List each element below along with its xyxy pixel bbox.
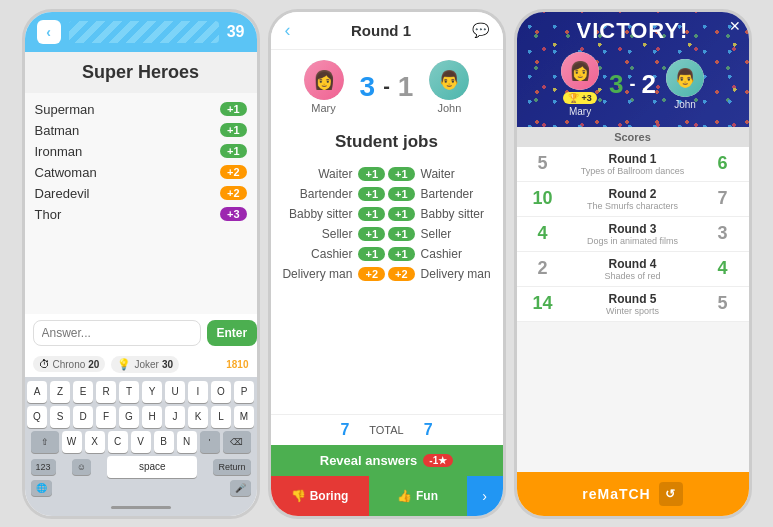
list-item: Superman +1 (35, 99, 247, 120)
chrono-value: 20 (88, 359, 99, 370)
key-o[interactable]: O (211, 381, 231, 403)
key-t[interactable]: T (119, 381, 139, 403)
chrono-icon: ⏱ (39, 358, 50, 370)
key-w[interactable]: W (62, 431, 82, 453)
key-d[interactable]: D (73, 406, 93, 428)
key-i[interactable]: I (188, 381, 208, 403)
key-e[interactable]: E (73, 381, 93, 403)
phone-2: ‹ Round 1 💬 👩 Mary 3 - 1 👨 John Student … (268, 9, 506, 519)
player2-score: 2 (642, 69, 656, 100)
back-button[interactable]: ‹ (285, 20, 291, 41)
key-u[interactable]: U (165, 381, 185, 403)
key-m[interactable]: M (234, 406, 254, 428)
player2-avatar: 👨 (666, 59, 704, 97)
badge: +1 (388, 247, 415, 261)
item-count: 39 (227, 23, 245, 41)
key-a[interactable]: A (27, 381, 47, 403)
joker-value: 30 (162, 359, 173, 370)
stats-bar: ⏱ Chrono 20 💡 Joker 30 1810 (25, 352, 257, 377)
player1-avatar: 👩 (561, 52, 599, 90)
table-row: Waiter +1 +1 Waiter (281, 164, 493, 184)
key-apostrophe[interactable]: ' (200, 431, 220, 453)
key-b[interactable]: B (154, 431, 174, 453)
key-r[interactable]: R (96, 381, 116, 403)
joker-label: Joker (134, 359, 158, 370)
player1-name: Mary (569, 106, 591, 117)
phone1-header: ‹ 39 (25, 12, 257, 52)
fun-button[interactable]: 👍 Fun (369, 476, 467, 516)
round-row: 5 Round 1 Types of Ballroom dances 6 (517, 147, 749, 182)
list-item: Ironman +1 (35, 141, 247, 162)
category-title-area: Super Heroes (25, 52, 257, 93)
badge: +1 (358, 167, 385, 181)
round1-info: Round 1 Types of Ballroom dances (557, 152, 709, 176)
score-area: 3 - 1 (360, 71, 414, 103)
round-title: Round 1 (351, 22, 411, 39)
key-p[interactable]: P (234, 381, 254, 403)
key-emoji[interactable]: ☺ (72, 459, 91, 475)
key-g[interactable]: G (119, 406, 139, 428)
key-123[interactable]: 123 (31, 459, 56, 475)
key-c[interactable]: C (108, 431, 128, 453)
key-f[interactable]: F (96, 406, 116, 428)
chrono-label: Chrono (53, 359, 86, 370)
round1-score2: 6 (709, 153, 737, 174)
category-label: Student jobs (271, 124, 503, 160)
table-row: Cashier +1 +1 Cashier (281, 244, 493, 264)
key-s[interactable]: S (50, 406, 70, 428)
trophy-badge: 🏆 +3 (563, 92, 596, 104)
rematch-button[interactable]: reMaTCH ↺ (517, 472, 749, 516)
answer-input[interactable] (33, 320, 201, 346)
enter-button[interactable]: Enter (207, 320, 258, 346)
key-k[interactable]: K (188, 406, 208, 428)
badge: +1 (220, 123, 247, 137)
next-button[interactable]: › (467, 476, 503, 516)
shift-key[interactable]: ⇧ (31, 431, 59, 453)
home-bar (25, 500, 257, 516)
answer-area: Enter (25, 314, 257, 352)
list-item: Thor +3 (35, 204, 247, 225)
table-row: Babby sitter +1 +1 Babby sitter (281, 204, 493, 224)
phone-3: VICTORY! ✕ 👩 🏆 +3 Mary 3 - 2 👨 (514, 9, 752, 519)
badge: +1 (388, 207, 415, 221)
key-q[interactable]: Q (27, 406, 47, 428)
phone-1: ‹ 39 Super Heroes Superman +1 Batman +1 … (22, 9, 260, 519)
total1: 7 (340, 421, 349, 439)
key-h[interactable]: H (142, 406, 162, 428)
list-item: Catwoman +2 (35, 162, 247, 183)
chat-icon[interactable]: 💬 (472, 22, 489, 38)
key-v[interactable]: V (131, 431, 151, 453)
key-y[interactable]: Y (142, 381, 162, 403)
key-j[interactable]: J (165, 406, 185, 428)
keyboard-accessory: 🌐 🎤 (27, 480, 255, 496)
player1-name: Mary (311, 102, 335, 114)
round-row: 10 Round 2 The Smurfs characters 7 (517, 182, 749, 217)
back-button[interactable]: ‹ (37, 20, 61, 44)
player2-score: 1 (398, 71, 414, 103)
close-button[interactable]: ✕ (729, 18, 741, 34)
keyboard-row-2: Q S D F G H J K L M (27, 406, 255, 428)
phone2-header: ‹ Round 1 💬 (271, 12, 503, 50)
round2-score1: 10 (529, 188, 557, 209)
rematch-label: reMaTCH (582, 486, 650, 502)
keyboard-row-3: ⇧ W X C V B N ' ⌫ (27, 431, 255, 453)
joker-icon: 💡 (117, 358, 131, 371)
round3-score1: 4 (529, 223, 557, 244)
globe-key[interactable]: 🌐 (31, 480, 52, 496)
keyboard-bottom-row: 123 ☺ space Return (27, 456, 255, 478)
round4-score2: 4 (709, 258, 737, 279)
space-key[interactable]: space (107, 456, 197, 478)
mic-key[interactable]: 🎤 (230, 480, 251, 496)
delete-key[interactable]: ⌫ (223, 431, 251, 453)
badge: +2 (220, 186, 247, 200)
joker-stat: 💡 Joker 30 (111, 356, 179, 373)
return-key[interactable]: Return (213, 459, 250, 475)
key-n[interactable]: N (177, 431, 197, 453)
round2-score2: 7 (709, 188, 737, 209)
boring-button[interactable]: 👎 Boring (271, 476, 369, 516)
key-x[interactable]: X (85, 431, 105, 453)
reveal-button[interactable]: Reveal answers -1★ (271, 445, 503, 476)
key-l[interactable]: L (211, 406, 231, 428)
key-z[interactable]: Z (50, 381, 70, 403)
player2-avatar: 👨 (429, 60, 469, 100)
